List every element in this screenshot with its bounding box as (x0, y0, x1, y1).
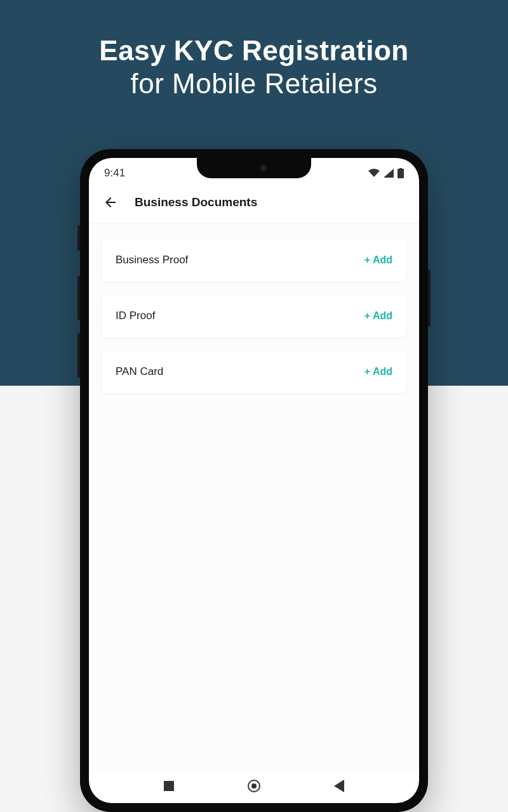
phone-power-button (428, 270, 431, 327)
signal-icon (384, 169, 394, 178)
arrow-left-icon (103, 195, 118, 210)
phone-frame: 9:41 (80, 149, 428, 812)
svg-rect-0 (398, 169, 404, 178)
promo-text: Easy KYC Registration for Mobile Retaile… (0, 35, 508, 100)
content-area: Business Proof + Add ID Proof + Add PAN … (89, 223, 419, 770)
phone-mockup: 9:41 (80, 149, 428, 812)
svg-rect-1 (399, 168, 402, 169)
phone-volume-down (77, 333, 80, 377)
status-icons (368, 168, 404, 178)
nav-recent-apps-icon[interactable] (164, 781, 174, 791)
status-time: 9:41 (104, 167, 125, 180)
add-button[interactable]: + Add (364, 366, 392, 377)
add-button[interactable]: + Add (364, 310, 392, 322)
phone-screen: 9:41 (89, 158, 419, 803)
phone-side-button (77, 225, 80, 251)
phone-volume-up (77, 276, 80, 320)
document-label: Business Proof (116, 254, 188, 266)
battery-icon (398, 168, 404, 178)
promo-heading-light: for Mobile Retailers (0, 68, 508, 100)
back-button[interactable] (102, 193, 119, 211)
notch-camera (260, 165, 267, 171)
nav-back-icon[interactable] (334, 780, 344, 792)
add-button[interactable]: + Add (364, 254, 392, 266)
wifi-icon (368, 169, 380, 178)
app-header: Business Documents (89, 185, 419, 223)
document-label: PAN Card (116, 365, 163, 378)
document-card-id-proof[interactable]: ID Proof + Add (102, 294, 406, 337)
phone-notch (197, 158, 311, 178)
document-card-pan-card[interactable]: PAN Card + Add (102, 350, 406, 393)
promo-heading-bold: Easy KYC Registration (0, 35, 508, 67)
document-label: ID Proof (116, 310, 155, 322)
nav-home-icon[interactable] (248, 780, 260, 792)
document-card-business-proof[interactable]: Business Proof + Add (102, 239, 406, 282)
android-nav-bar (89, 769, 419, 803)
page-title: Business Documents (135, 195, 257, 209)
